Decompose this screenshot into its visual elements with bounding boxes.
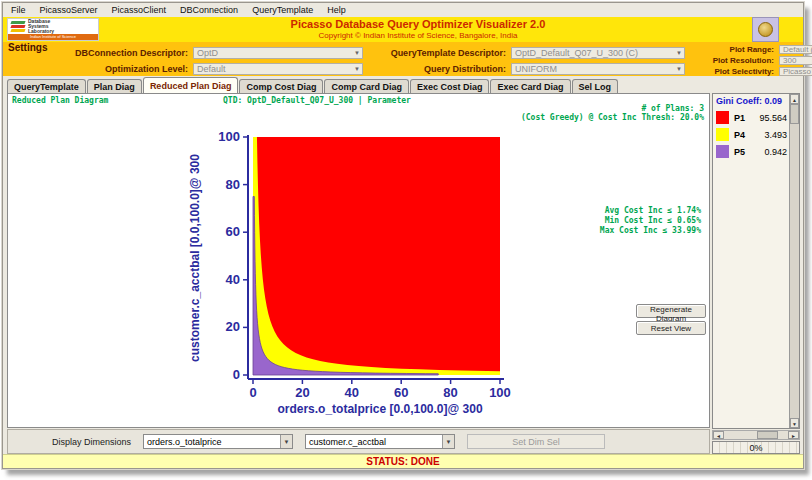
legend-swatch-p5 bbox=[716, 145, 729, 158]
legend-plan-label: P1 bbox=[734, 113, 745, 123]
plans-count-label: # of Plans: 3 bbox=[641, 104, 704, 113]
tab-bar: QueryTemplatePlan DiagReduced Plan DiagC… bbox=[3, 76, 803, 93]
tab-comp-cost-diag[interactable]: Comp Cost Diag bbox=[239, 79, 323, 93]
legend-swatch-p1 bbox=[716, 111, 729, 124]
plan-diagram-svg[interactable]: 020406080100020406080100orders.o_totalpr… bbox=[168, 112, 588, 428]
chevron-down-icon[interactable]: ▼ bbox=[442, 435, 454, 448]
legend-plan-label: P4 bbox=[734, 130, 745, 140]
menu-querytemplate[interactable]: QueryTemplate bbox=[250, 5, 315, 15]
menu-file[interactable]: File bbox=[9, 5, 28, 15]
y-tick-label: 0 bbox=[233, 367, 240, 382]
legend-plan-value: 3.493 bbox=[764, 130, 787, 140]
diagram-column: Reduced Plan Diagram QTD: OptD_Default_Q… bbox=[7, 93, 710, 454]
dim-y-combo[interactable]: customer.c_acctbal ▼ bbox=[305, 434, 455, 449]
legend-column: Gini Coeff: 0.09 P195.564P43.493P50.942 … bbox=[712, 93, 800, 454]
progress-value: 0% bbox=[749, 443, 762, 453]
chevron-down-icon: ▼ bbox=[674, 50, 684, 56]
plot-range-label: Plot Range: bbox=[691, 45, 779, 54]
y-axis-label: customer.c_acctbal [0.0,100.0]@ 300 bbox=[188, 154, 202, 362]
chevron-down-icon: ▼ bbox=[352, 66, 362, 72]
dim-x-combo[interactable]: orders.o_totalprice ▼ bbox=[143, 434, 293, 449]
plot-range-value: Default (0-100) bbox=[783, 45, 812, 54]
diagram-panel: Reduced Plan Diagram QTD: OptD_Default_Q… bbox=[7, 93, 710, 428]
query-distribution-label: Query Distribution: bbox=[369, 64, 511, 74]
hscroll-thumb[interactable] bbox=[757, 431, 777, 439]
dbconnection-descriptor-select[interactable]: OptD▼ bbox=[193, 47, 363, 59]
dbconnection-descriptor-row: DBConnection Descriptor:OptD▼ bbox=[61, 47, 369, 59]
x-tick-label: 80 bbox=[443, 385, 457, 400]
scroll-left-icon[interactable]: ◄ bbox=[713, 431, 724, 439]
plot-resolution-select[interactable]: 300▼ bbox=[779, 56, 812, 65]
x-tick-label: 20 bbox=[295, 385, 309, 400]
menu-bar: FilePicassoServerPicassoClientDBConnecti… bbox=[3, 3, 803, 17]
tab-comp-card-diag[interactable]: Comp Card Diag bbox=[324, 79, 409, 93]
title-banner: Database Systems Laboratory Indian Insti… bbox=[3, 17, 803, 42]
menu-help[interactable]: Help bbox=[325, 5, 348, 15]
legend-swatch-p4 bbox=[716, 128, 729, 141]
querytemplate-descriptor-row: QueryTemplate Descriptor:OptD_Default_Q0… bbox=[369, 47, 691, 59]
iisc-emblem bbox=[752, 17, 779, 42]
y-tick-label: 100 bbox=[218, 129, 240, 144]
scroll-right-icon[interactable]: ► bbox=[788, 431, 799, 439]
dim-x-value: orders.o_totalprice bbox=[144, 437, 280, 447]
settings-column-2: Plot Range:Default (0-100)▼Plot Resoluti… bbox=[691, 44, 812, 76]
query-distribution-select[interactable]: UNIFORM▼ bbox=[511, 63, 685, 75]
chevron-down-icon[interactable]: ▼ bbox=[280, 435, 292, 448]
plot-resolution-value: 300 bbox=[783, 56, 796, 65]
dsl-stripes-icon bbox=[11, 21, 25, 32]
dbconnection-descriptor-value: OptD bbox=[197, 48, 218, 58]
querytemplate-descriptor-value: OptD_Default_Q07_U_300 (C) bbox=[515, 48, 638, 58]
diagram-qtd-label: QTD: OptD_Default_Q07_U_300 | Parameter bbox=[223, 96, 411, 105]
menu-picassoclient[interactable]: PicassoClient bbox=[110, 5, 169, 15]
gini-coeff-label: Gini Coeff: 0.09 bbox=[716, 95, 787, 109]
tab-reduced-plan-diag[interactable]: Reduced Plan Diag bbox=[143, 77, 239, 93]
cost-stat-line: Avg Cost Inc ≤ 1.74% bbox=[600, 206, 701, 216]
plot-range-select[interactable]: Default (0-100)▼ bbox=[779, 45, 812, 54]
set-dim-sel-button[interactable]: Set Dim Sel bbox=[467, 434, 605, 449]
reset-view-button[interactable]: Reset View bbox=[636, 321, 706, 335]
app-window: FilePicassoServerPicassoClientDBConnecti… bbox=[2, 2, 804, 469]
legend-plan-label: P5 bbox=[734, 147, 745, 157]
dimension-controls: Display Dimensions orders.o_totalprice ▼… bbox=[7, 429, 710, 454]
status-bar: STATUS: DONE bbox=[3, 454, 803, 468]
banner-text: Picasso Database Query Optimizer Visuali… bbox=[103, 18, 733, 40]
menu-picassoserver[interactable]: PicassoServer bbox=[38, 5, 100, 15]
status-text: STATUS: DONE bbox=[366, 456, 440, 467]
settings-column-0: DBConnection Descriptor:OptD▼Optimizatio… bbox=[61, 44, 369, 76]
tab-querytemplate[interactable]: QueryTemplate bbox=[7, 79, 86, 93]
hscroll-track[interactable] bbox=[724, 431, 788, 439]
legend-vscrollbar[interactable]: ▲ ▼ bbox=[789, 94, 799, 428]
query-distribution-value: UNIFORM bbox=[515, 64, 557, 74]
scroll-down-icon[interactable]: ▼ bbox=[790, 418, 799, 428]
tab-exec-cost-diag[interactable]: Exec Cost Diag bbox=[410, 79, 490, 93]
vscroll-thumb[interactable] bbox=[790, 104, 799, 124]
dsl-logo-subtext: Indian Institute of Science bbox=[8, 34, 98, 40]
chevron-down-icon: ▼ bbox=[674, 66, 684, 72]
regenerate-diagram-button[interactable]: Regenerate Diagram bbox=[636, 304, 706, 318]
y-tick-label: 40 bbox=[226, 272, 240, 287]
querytemplate-descriptor-select[interactable]: OptD_Default_Q07_U_300 (C)▼ bbox=[511, 47, 685, 59]
plan-region-p1[interactable] bbox=[253, 137, 500, 375]
x-tick-label: 0 bbox=[249, 385, 256, 400]
chevron-down-icon: ▼ bbox=[352, 50, 362, 56]
cost-stat-line: Min Cost Inc ≤ 0.65% bbox=[600, 216, 701, 226]
menu-dbconnection[interactable]: DBConnection bbox=[178, 5, 240, 15]
settings-panel: Settings DBConnection Descriptor:OptD▼Op… bbox=[3, 42, 803, 76]
optimization-level-select[interactable]: Default▼ bbox=[193, 63, 363, 75]
tab-sel-log[interactable]: Sel Log bbox=[572, 79, 619, 93]
x-tick-label: 40 bbox=[345, 385, 359, 400]
plot-range-row: Plot Range:Default (0-100)▼ bbox=[691, 45, 812, 55]
plot-selectivity-select[interactable]: Picasso▼ bbox=[779, 67, 812, 76]
scroll-up-icon[interactable]: ▲ bbox=[790, 94, 799, 104]
settings-columns: DBConnection Descriptor:OptD▼Optimizatio… bbox=[3, 44, 812, 76]
legend-plan-value: 95.564 bbox=[759, 113, 787, 123]
y-tick-label: 20 bbox=[226, 319, 240, 334]
tab-exec-card-diag[interactable]: Exec Card Diag bbox=[490, 79, 570, 93]
display-dimensions-label: Display Dimensions bbox=[52, 437, 131, 447]
legend-hscrollbar[interactable]: ◄ ► bbox=[712, 430, 800, 440]
dim-y-value: customer.c_acctbal bbox=[306, 437, 442, 447]
app-title: Picasso Database Query Optimizer Visuali… bbox=[103, 18, 733, 31]
tab-plan-diag[interactable]: Plan Diag bbox=[87, 79, 142, 93]
dbconnection-descriptor-label: DBConnection Descriptor: bbox=[61, 48, 193, 58]
plot-resolution-label: Plot Resolution: bbox=[691, 56, 779, 65]
